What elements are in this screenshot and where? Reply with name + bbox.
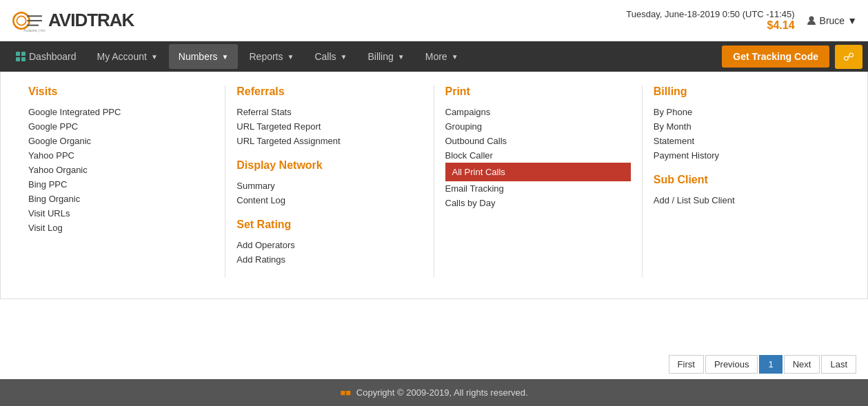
- nav-reports-label: Reports: [249, 51, 283, 62]
- last-page-button[interactable]: Last: [821, 355, 856, 374]
- svg-rect-7: [16, 52, 20, 56]
- svg-rect-8: [21, 52, 26, 56]
- more-caret: ▼: [452, 53, 458, 61]
- menu-item-all-print-calls[interactable]: All Print Calls: [445, 163, 631, 181]
- svg-text:Acquire | Analyze | Act: Acquire | Analyze | Act: [23, 28, 46, 32]
- nav-more[interactable]: More ▼: [416, 44, 468, 69]
- menu-item-bing-organic[interactable]: Bing Organic: [28, 192, 214, 206]
- menu-item-outbound-calls[interactable]: Outbound Calls: [445, 134, 631, 148]
- menu-item-block-caller[interactable]: Block Caller: [445, 148, 631, 163]
- logo-icon: Acquire | Analyze | Act: [11, 7, 46, 34]
- menu-item-payment-history[interactable]: Payment History: [654, 148, 840, 163]
- footer-icon: ■■: [340, 387, 351, 398]
- nav-dashboard[interactable]: Dashboard: [6, 44, 86, 69]
- print-title: Print: [445, 85, 631, 98]
- svg-point-1: [17, 16, 26, 25]
- nav-billing-label: Billing: [367, 51, 393, 62]
- current-page-button[interactable]: 1: [759, 355, 782, 374]
- user-icon: [806, 15, 817, 26]
- datetime-area: Tuesday, June-18-2019 0:50 (UTC -11:45) …: [626, 9, 794, 32]
- set-rating-title: Set Rating: [236, 219, 422, 231]
- numbers-caret: ▼: [222, 53, 229, 61]
- footer: ■■ Copyright © 2009-2019, All rights res…: [0, 379, 868, 406]
- nav-numbers-label: Numbers: [179, 51, 218, 62]
- next-page-button[interactable]: Next: [784, 355, 820, 374]
- nav-calls-label: Calls: [314, 51, 336, 62]
- nav-more-label: More: [425, 51, 447, 62]
- menu-item-url-targeted-report[interactable]: URL Targeted Report: [236, 119, 422, 134]
- sub-client-title: Sub Client: [654, 174, 840, 186]
- menu-section-visits: Visits Google Integrated PPC Google PPC …: [17, 85, 225, 278]
- menu-item-yahoo-organic[interactable]: Yahoo Organic: [28, 163, 214, 177]
- first-page-button[interactable]: First: [669, 355, 704, 374]
- visits-title: Visits: [28, 85, 214, 98]
- menu-item-calls-by-day[interactable]: Calls by Day: [445, 196, 631, 210]
- dropdown-menu: Visits Google Integrated PPC Google PPC …: [0, 72, 868, 299]
- reports-caret: ▼: [287, 53, 294, 61]
- nav-numbers[interactable]: Numbers ▼: [169, 44, 239, 69]
- menu-item-campaigns[interactable]: Campaigns: [445, 105, 631, 119]
- footer-copyright: Copyright © 2009-2019, All rights reserv…: [356, 387, 528, 398]
- menu-item-referral-stats[interactable]: Referral Stats: [236, 105, 422, 119]
- settings-icon: ☍: [843, 50, 854, 63]
- previous-page-button[interactable]: Previous: [705, 355, 758, 374]
- nav-reports[interactable]: Reports ▼: [239, 44, 303, 69]
- menu-item-add-list-sub-client[interactable]: Add / List Sub Client: [654, 193, 840, 207]
- user-area[interactable]: Bruce ▼: [806, 15, 857, 26]
- my-account-caret: ▼: [151, 53, 158, 61]
- billing-caret: ▼: [398, 53, 405, 61]
- menu-item-add-operators[interactable]: Add Operators: [236, 238, 422, 252]
- display-network-title: Display Network: [236, 159, 422, 172]
- billing-title: Billing: [654, 85, 840, 98]
- nav-calls[interactable]: Calls ▼: [305, 44, 356, 69]
- menu-item-yahoo-ppc[interactable]: Yahoo PPC: [28, 148, 214, 163]
- menu-item-by-phone[interactable]: By Phone: [654, 105, 840, 119]
- menu-item-visit-urls[interactable]: Visit URLs: [28, 206, 214, 221]
- menu-section-referrals: Referrals Referral Stats URL Targeted Re…: [225, 85, 434, 278]
- dashboard-icon: [15, 51, 26, 62]
- pagination-row: First Previous 1 Next Last: [0, 349, 868, 379]
- menu-item-google-ppc[interactable]: Google PPC: [28, 119, 214, 134]
- user-dropdown-caret: ▼: [847, 15, 857, 26]
- menu-item-by-month[interactable]: By Month: [654, 119, 840, 134]
- menu-item-statement[interactable]: Statement: [654, 134, 840, 148]
- get-tracking-code-button[interactable]: Get Tracking Code: [722, 45, 829, 68]
- menu-item-content-log[interactable]: Content Log: [236, 193, 422, 207]
- logo-area: Acquire | Analyze | Act AVIDTRAK: [11, 7, 134, 34]
- menu-item-google-organic[interactable]: Google Organic: [28, 134, 214, 148]
- menu-item-email-tracking[interactable]: Email Tracking: [445, 181, 631, 196]
- menu-item-bing-ppc[interactable]: Bing PPC: [28, 177, 214, 192]
- nav-billing[interactable]: Billing ▼: [358, 44, 414, 69]
- top-right: Tuesday, June-18-2019 0:50 (UTC -11:45) …: [626, 9, 857, 32]
- nav-dashboard-label: Dashboard: [29, 51, 77, 62]
- settings-icon-button[interactable]: ☍: [835, 45, 862, 69]
- menu-section-print: Print Campaigns Grouping Outbound Calls …: [434, 85, 643, 278]
- username: Bruce: [820, 15, 845, 26]
- menu-item-grouping[interactable]: Grouping: [445, 119, 631, 134]
- menu-item-google-integrated-ppc[interactable]: Google Integrated PPC: [28, 105, 214, 119]
- menu-section-billing: Billing By Phone By Month Statement Paym…: [643, 85, 851, 278]
- nav-bar: Dashboard My Account ▼ Numbers ▼ Reports…: [0, 41, 868, 72]
- menu-item-url-targeted-assignment[interactable]: URL Targeted Assignment: [236, 134, 422, 148]
- nav-my-account[interactable]: My Account ▼: [88, 44, 168, 69]
- svg-rect-10: [21, 57, 26, 61]
- datetime-text: Tuesday, June-18-2019 0:50 (UTC -11:45): [626, 9, 794, 19]
- svg-point-0: [13, 12, 29, 28]
- balance: $4.14: [626, 19, 794, 32]
- logo-text: AVIDTRAK: [48, 10, 134, 30]
- nav-my-account-label: My Account: [97, 51, 147, 62]
- top-bar: Acquire | Analyze | Act AVIDTRAK Tuesday…: [0, 0, 868, 41]
- menu-item-add-ratings[interactable]: Add Ratings: [236, 252, 422, 267]
- referrals-title: Referrals: [236, 85, 422, 98]
- nav-right: Get Tracking Code ☍: [722, 45, 862, 69]
- svg-point-6: [809, 16, 814, 21]
- calls-caret: ▼: [341, 53, 347, 61]
- menu-item-summary[interactable]: Summary: [236, 179, 422, 193]
- menu-item-visit-log[interactable]: Visit Log: [28, 221, 214, 235]
- svg-rect-9: [16, 57, 20, 61]
